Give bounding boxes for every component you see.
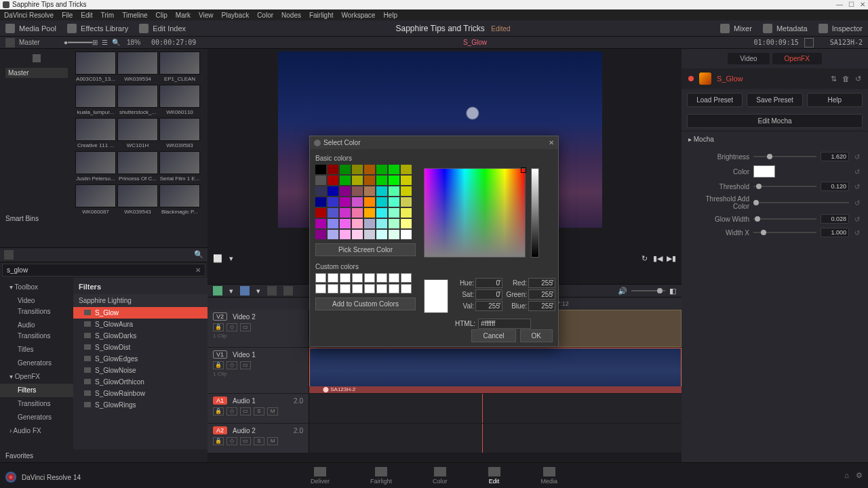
clip-thumbnail[interactable]: Serial Film 1 E...: [159, 151, 200, 182]
color-swatch[interactable]: [376, 208, 387, 218]
color-swatch[interactable]: [401, 208, 412, 218]
search-icon[interactable]: 🔍: [112, 39, 120, 46]
val-input[interactable]: 255: [475, 301, 502, 311]
custom-slot[interactable]: [376, 284, 387, 293]
select-tool-icon[interactable]: [213, 286, 222, 296]
color-swatch[interactable]: [376, 197, 387, 207]
fx-list[interactable]: Filters Sapphire Lighting S_GlowS_GlowAu…: [73, 278, 208, 450]
color-swatch[interactable]: [328, 230, 338, 239]
menu-help[interactable]: Help: [383, 12, 397, 19]
fx-category[interactable]: ▾ OpenFX: [0, 370, 73, 384]
color-swatch[interactable]: [401, 197, 412, 207]
custom-slot[interactable]: [352, 284, 363, 293]
fx-item[interactable]: S_GlowRainbow: [73, 388, 208, 399]
favorites-header[interactable]: Favorites: [0, 449, 208, 462]
color-swatch[interactable]: [376, 230, 387, 239]
edit-mocha-button[interactable]: Edit Mocha: [687, 114, 863, 128]
page-deliver[interactable]: Deliver: [311, 467, 330, 485]
toolbar-media-pool[interactable]: Media Pool: [5, 24, 56, 33]
menu-davinci-resolve[interactable]: DaVinci Resolve: [4, 12, 54, 19]
panel-toggle-icon[interactable]: [5, 38, 15, 47]
menu-clip[interactable]: Clip: [156, 12, 167, 19]
custom-slot[interactable]: [364, 284, 375, 293]
param-slider[interactable]: [753, 218, 816, 220]
custom-slot[interactable]: [328, 273, 338, 283]
view-list-icon[interactable]: ☰: [102, 39, 108, 46]
fx-categories[interactable]: ▾ ToolboxVideo TransitionsAudio Transiti…: [0, 278, 73, 450]
toolbar-mixer[interactable]: Mixer: [720, 24, 752, 33]
color-swatch[interactable]: [340, 176, 351, 185]
param-reset-icon[interactable]: ↺: [853, 229, 861, 237]
value-slider[interactable]: [531, 168, 539, 258]
custom-slot[interactable]: [315, 273, 326, 283]
color-swatch[interactable]: [340, 208, 351, 218]
color-swatch[interactable]: [328, 186, 338, 196]
blade-tool-icon[interactable]: [240, 286, 250, 296]
fx-delete-icon[interactable]: 🗑: [842, 75, 850, 83]
custom-slot[interactable]: [352, 273, 363, 283]
clip-thumbnail[interactable]: shutterstock_...: [117, 85, 158, 115]
bin-path[interactable]: Master: [19, 39, 57, 46]
color-swatch[interactable]: [315, 230, 326, 239]
color-swatch[interactable]: [352, 219, 363, 228]
color-swatch[interactable]: [376, 176, 387, 185]
param-reset-icon[interactable]: ↺: [853, 216, 861, 223]
color-swatch[interactable]: [315, 186, 326, 196]
color-swatch[interactable]: [328, 165, 338, 174]
color-swatch[interactable]: [364, 186, 375, 196]
menu-fairlight[interactable]: Fairlight: [309, 12, 334, 19]
clip-thumbnail[interactable]: WK039534: [117, 52, 158, 82]
color-swatch[interactable]: [389, 186, 399, 196]
page-media[interactable]: Media: [541, 467, 558, 485]
home-icon[interactable]: ⌂: [844, 471, 849, 480]
window-close-icon[interactable]: ✕: [860, 0, 865, 9]
panel-toggle-icon[interactable]: [4, 250, 14, 260]
color-swatch[interactable]: [352, 197, 363, 207]
color-swatch[interactable]: [340, 230, 351, 239]
zoom-level[interactable]: 18%: [127, 39, 140, 46]
settings-icon[interactable]: ⚙: [856, 471, 863, 480]
color-swatch[interactable]: [401, 219, 412, 228]
color-swatch[interactable]: [352, 176, 363, 185]
fx-category[interactable]: Generators: [0, 357, 73, 370]
tool-dropdown-icon[interactable]: ▾: [256, 287, 260, 296]
color-swatch[interactable]: [389, 165, 399, 174]
custom-slot[interactable]: [401, 273, 412, 283]
volume-slider[interactable]: [631, 290, 665, 291]
param-value[interactable]: 0.120: [821, 182, 849, 191]
param-slider[interactable]: [753, 156, 816, 157]
fx-enable-led[interactable]: [688, 76, 694, 81]
viewer-clip-name[interactable]: S_Glow: [462, 37, 488, 47]
fx-item[interactable]: S_GlowOrthicon: [73, 376, 208, 388]
color-gradient-picker[interactable]: [424, 168, 526, 258]
fx-category[interactable]: ▾ Toolbox: [0, 281, 73, 294]
custom-slot[interactable]: [340, 284, 351, 293]
color-swatch[interactable]: [389, 197, 399, 207]
custom-slot[interactable]: [401, 284, 412, 293]
track-a2[interactable]: A2Audio 22.0🔒◇▭SM: [208, 424, 682, 453]
color-swatch[interactable]: [389, 208, 399, 218]
link-tool-icon[interactable]: [267, 286, 277, 296]
color-swatch[interactable]: [364, 165, 375, 174]
sat-input[interactable]: 0: [475, 289, 502, 300]
section-header[interactable]: ▸ Mocha: [688, 136, 861, 143]
color-swatch[interactable]: [352, 230, 363, 239]
page-fairlight[interactable]: Fairlight: [370, 467, 392, 485]
clip-browser[interactable]: A003C015_13...WK039534EP1_CLEANkuala_lum…: [73, 49, 208, 247]
fx-reorder-icon[interactable]: ⇅: [831, 75, 837, 83]
color-swatch[interactable]: [315, 219, 326, 228]
color-swatch[interactable]: [340, 197, 351, 207]
html-color-input[interactable]: [478, 319, 531, 329]
fx-item[interactable]: S_GlowNoise: [73, 365, 208, 376]
color-swatch[interactable]: [753, 165, 775, 178]
skip-fwd-button[interactable]: ▶▮: [667, 253, 676, 263]
clip-thumbnail[interactable]: Justin Peterso...: [75, 151, 116, 182]
color-swatch[interactable]: [401, 165, 412, 174]
param-slider[interactable]: [753, 202, 849, 203]
clip-thumbnail[interactable]: Princess Of C...: [117, 151, 158, 182]
inspector-tab-video[interactable]: Video: [728, 53, 769, 64]
transform-icon[interactable]: ⬜: [213, 253, 222, 263]
clip-thumbnail[interactable]: A003C015_13...: [75, 52, 116, 82]
clip-thumbnail[interactable]: WK060087: [75, 184, 116, 215]
page-color[interactable]: Color: [433, 467, 448, 485]
